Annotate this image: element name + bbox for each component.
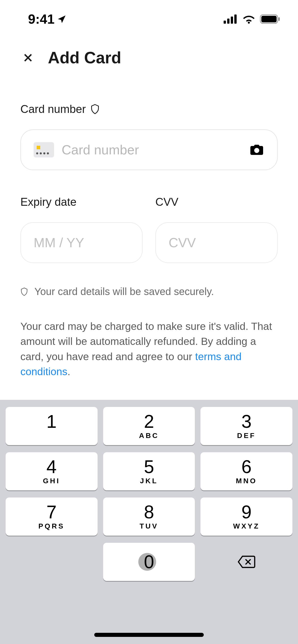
- key-9[interactable]: 9WXYZ: [200, 497, 292, 536]
- key-letters: MNO: [236, 477, 257, 485]
- secure-note: Your card details will be saved securely…: [20, 286, 278, 297]
- key-3[interactable]: 3DEF: [200, 407, 292, 445]
- cvv-input[interactable]: CVV: [155, 222, 278, 263]
- svg-rect-3: [234, 14, 237, 24]
- home-indicator[interactable]: [94, 633, 204, 637]
- card-number-placeholder: Card number: [62, 142, 241, 157]
- svg-rect-1: [227, 19, 229, 24]
- key-letters: WXYZ: [233, 522, 260, 530]
- camera-icon[interactable]: [249, 143, 264, 156]
- key-7[interactable]: 7PQRS: [6, 497, 98, 536]
- key-digit: 7: [46, 503, 57, 521]
- key-digit: 6: [241, 458, 252, 476]
- status-icons-group: [224, 14, 280, 24]
- key-digit: 9: [241, 503, 252, 521]
- key-0[interactable]: 0: [103, 543, 195, 581]
- card-icon: [34, 142, 54, 157]
- key-digit: 3: [241, 412, 252, 431]
- svg-rect-6: [278, 17, 280, 21]
- key-letters: DEF: [237, 432, 256, 440]
- key-digit: 4: [46, 458, 57, 476]
- svg-rect-0: [224, 21, 226, 24]
- close-button[interactable]: [20, 50, 36, 65]
- key-digit: 8: [144, 503, 154, 521]
- key-digit: 1: [46, 412, 57, 431]
- key-letters: ABC: [139, 432, 159, 440]
- expiry-placeholder: MM / YY: [34, 235, 129, 250]
- key-backspace[interactable]: [200, 543, 292, 581]
- key-letters: GHI: [43, 477, 60, 485]
- key-4[interactable]: 4GHI: [6, 452, 98, 490]
- card-number-input[interactable]: Card number: [20, 129, 278, 170]
- expiry-cvv-row: Expiry date MM / YY CVV CVV: [20, 196, 278, 263]
- key-8[interactable]: 8TUV: [103, 497, 195, 536]
- card-number-label: Card number: [20, 103, 278, 115]
- cellular-icon: [224, 14, 238, 24]
- expiry-label: Expiry date: [20, 196, 143, 208]
- key-digit: 0: [144, 553, 154, 571]
- card-number-group: Card number Card number: [20, 103, 278, 170]
- cvv-label: CVV: [155, 196, 278, 208]
- disclaimer-text-post: .: [67, 366, 70, 377]
- location-icon: [57, 14, 67, 24]
- key-letters: PQRS: [38, 522, 65, 530]
- svg-rect-2: [231, 17, 233, 24]
- key-5[interactable]: 5JKL: [103, 452, 195, 490]
- close-icon: [21, 51, 35, 64]
- battery-icon: [260, 14, 280, 24]
- key-2[interactable]: 2ABC: [103, 407, 195, 445]
- backspace-icon: [237, 555, 256, 568]
- expiry-input[interactable]: MM / YY: [20, 222, 143, 263]
- wifi-icon: [242, 14, 255, 24]
- page-title: Add Card: [48, 48, 121, 67]
- status-time: 9:41: [28, 11, 67, 27]
- cvv-placeholder: CVV: [169, 235, 264, 250]
- time-text: 9:41: [28, 11, 55, 27]
- header: Add Card: [0, 33, 298, 77]
- key-empty: [6, 543, 98, 581]
- key-digit: 2: [144, 412, 154, 431]
- shield-icon: [90, 104, 100, 114]
- key-6[interactable]: 6MNO: [200, 452, 292, 490]
- svg-rect-5: [261, 16, 277, 22]
- key-letters: JKL: [140, 477, 158, 485]
- expiry-group: Expiry date MM / YY: [20, 196, 143, 263]
- status-bar: 9:41: [0, 0, 298, 33]
- shield-icon: [20, 287, 28, 296]
- key-1[interactable]: 1: [6, 407, 98, 445]
- numeric-keypad: 1 2ABC 3DEF 4GHI 5JKL 6MNO 7PQRS 8TUV 9W…: [0, 400, 298, 644]
- disclaimer: Your card may be charged to make sure it…: [20, 319, 278, 379]
- key-letters: TUV: [140, 522, 158, 530]
- cvv-group: CVV CVV: [155, 196, 278, 263]
- card-number-label-text: Card number: [20, 103, 86, 115]
- secure-note-text: Your card details will be saved securely…: [34, 286, 214, 297]
- key-digit: 5: [144, 458, 154, 476]
